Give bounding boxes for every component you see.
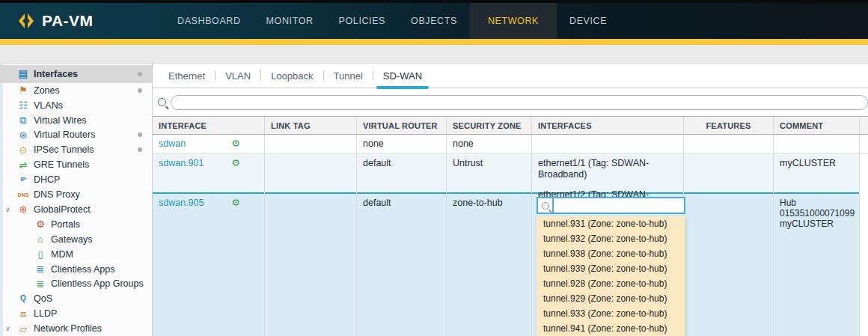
comment-line: Hub xyxy=(780,198,853,208)
sidebar-item-label: LLDP xyxy=(34,308,57,319)
column-header-link-tag[interactable]: LINK TAG xyxy=(265,117,357,135)
sidebar-item-label: DNS Proxy xyxy=(34,189,80,200)
dropdown-option[interactable]: tunnel.941 (Zone: zone-to-hub) xyxy=(537,321,685,336)
table-search-row xyxy=(153,88,868,116)
sidebar-item-gre-tunnels[interactable]: GRE Tunnels xyxy=(0,157,152,172)
dropdown-option[interactable]: tunnel.938 (Zone: zone-to-hub) xyxy=(537,246,685,261)
sdwan-gear-icon: ⚙ xyxy=(231,138,240,148)
sidebar-item-gateways[interactable]: Gateways xyxy=(0,232,152,247)
sidebar-item-dns-proxy[interactable]: DNS Proxy xyxy=(0,187,152,202)
sidebar-item-portals[interactable]: Portals xyxy=(0,217,152,232)
portals-icon xyxy=(34,219,47,229)
nav-item-policies[interactable]: POLICIES xyxy=(326,3,398,39)
globalprotect-icon xyxy=(16,204,30,214)
column-header-security-zone[interactable]: SECURITY ZONE xyxy=(447,117,532,135)
mdm-icon xyxy=(34,249,47,259)
table-row-selected[interactable]: sdwan.905 ⚙ default zone-to-hub tunnel.9… xyxy=(153,192,868,336)
cell-virtual-router: none xyxy=(357,135,447,153)
sidebar-item-label: Portals xyxy=(51,219,80,230)
sidebar-item-label: Zones xyxy=(34,85,60,96)
table-header-row: INTERFACE LINK TAG VIRTUAL ROUTER SECURI… xyxy=(153,117,868,135)
sidebar-item-label: IPSec Tunnels xyxy=(34,144,94,155)
chevron-down-icon[interactable]: ∨ xyxy=(5,206,10,213)
sidebar-item-label: Virtual Routers xyxy=(34,129,95,140)
virtual-routers-icon xyxy=(16,130,30,140)
sidebar-item-globalprotect[interactable]: ∨ GlobalProtect xyxy=(0,202,152,217)
sidebar-item-virtual-routers[interactable]: Virtual Routers xyxy=(0,128,152,143)
comment-line: myCLUSTER xyxy=(780,219,853,229)
cell-interface: sdwan ⚙ xyxy=(153,135,265,153)
status-dot xyxy=(138,132,142,137)
interface-link[interactable]: sdwan.905 xyxy=(159,198,204,208)
column-header-interface[interactable]: INTERFACE xyxy=(153,117,265,135)
interfaces-icon xyxy=(16,69,30,79)
sidebar-item-clientless-apps[interactable]: Clientless Apps xyxy=(0,262,152,277)
sidebar-item-vlans[interactable]: VLANs xyxy=(0,98,152,113)
dropdown-option[interactable]: tunnel.932 (Zone: zone-to-hub) xyxy=(537,231,685,246)
sidebar-item-label: GlobalProtect xyxy=(34,204,91,215)
sidebar-item-virtual-wires[interactable]: Virtual Wires xyxy=(0,113,152,128)
dropdown-option[interactable]: tunnel.939 (Zone: zone-to-hub) xyxy=(537,261,685,276)
combobox-search-iconbox xyxy=(537,197,554,214)
nav-item-dashboard[interactable]: DASHBOARD xyxy=(165,3,254,39)
sidebar: Interfaces Zones VLANs Virtual Wires Vir… xyxy=(0,64,153,336)
main-panel: Ethernet VLAN Loopback Tunnel SD-WAN INT… xyxy=(153,64,868,336)
column-header-comment[interactable]: COMMENT xyxy=(774,117,860,135)
chevron-down-icon[interactable]: ∨ xyxy=(5,325,10,332)
cell-interfaces-editor: tunnel.931 (Zone: zone-to-hub) tunnel.93… xyxy=(532,194,684,336)
interfaces-dropdown: tunnel.931 (Zone: zone-to-hub) tunnel.93… xyxy=(537,216,685,336)
column-header-overflow xyxy=(860,117,868,135)
tab-loopback[interactable]: Loopback xyxy=(261,64,323,88)
tab-ethernet[interactable]: Ethernet xyxy=(159,64,215,88)
dropdown-option[interactable]: tunnel.929 (Zone: zone-to-hub) xyxy=(537,291,685,306)
sidebar-item-interfaces[interactable]: Interfaces xyxy=(0,65,152,83)
brand-name: PA-VM xyxy=(42,12,94,30)
nav-item-network[interactable]: NETWORK xyxy=(470,3,557,39)
sidebar-item-ipsec-tunnels[interactable]: IPSec Tunnels xyxy=(0,142,152,157)
nav-item-device[interactable]: DEVICE xyxy=(557,3,620,39)
dropdown-option[interactable]: tunnel.931 (Zone: zone-to-hub) xyxy=(537,216,685,231)
nav-menu: DASHBOARD MONITOR POLICIES OBJECTS NETWO… xyxy=(165,3,620,39)
nav-item-monitor[interactable]: MONITOR xyxy=(254,3,326,39)
sidebar-item-clientless-app-groups[interactable]: Clientless App Groups xyxy=(0,276,152,291)
sidebar-item-label: GRE Tunnels xyxy=(34,159,89,170)
dropdown-option[interactable]: tunnel.928 (Zone: zone-to-hub) xyxy=(537,276,685,291)
column-header-interfaces[interactable]: INTERFACES xyxy=(532,117,684,135)
search-icon xyxy=(158,98,166,106)
cell-interface: sdwan.905 ⚙ xyxy=(153,194,265,336)
sidebar-item-label: Clientless Apps xyxy=(51,264,114,275)
interface-link[interactable]: sdwan.901 xyxy=(159,158,204,168)
cell-overflow xyxy=(860,135,868,153)
toolbar-band xyxy=(0,45,868,64)
table-row[interactable]: sdwan ⚙ none none xyxy=(153,135,868,154)
comment-line: 015351000071099 xyxy=(780,208,853,219)
tab-bar: Ethernet VLAN Loopback Tunnel SD-WAN xyxy=(153,64,868,88)
sidebar-item-qos[interactable]: QoS xyxy=(0,291,152,306)
sidebar-item-zones[interactable]: Zones xyxy=(0,83,152,98)
dropdown-option[interactable]: tunnel.933 (Zone: zone-to-hub) xyxy=(537,306,685,321)
column-header-virtual-router[interactable]: VIRTUAL ROUTER xyxy=(357,117,447,135)
search-input[interactable] xyxy=(171,95,868,110)
sidebar-item-dhcp[interactable]: DHCP xyxy=(0,172,152,187)
cell-overflow xyxy=(860,194,868,336)
column-header-features[interactable]: FEATURES xyxy=(684,117,774,135)
interface-link[interactable]: sdwan xyxy=(159,138,186,149)
qos-icon xyxy=(16,295,30,302)
sidebar-item-label: Gateways xyxy=(51,234,93,245)
search-icon xyxy=(542,202,549,210)
tab-tunnel[interactable]: Tunnel xyxy=(324,64,373,88)
ipsec-tunnels-icon xyxy=(16,145,30,155)
tab-vlan[interactable]: VLAN xyxy=(216,64,260,88)
sidebar-item-mdm[interactable]: MDM xyxy=(0,247,152,262)
interfaces-filter-input[interactable] xyxy=(554,197,685,214)
virtual-wires-icon xyxy=(16,115,30,125)
pa-logo-icon xyxy=(16,11,36,31)
cell-security-zone: none xyxy=(447,135,532,153)
sidebar-item-label: DHCP xyxy=(34,174,60,185)
sidebar-item-lldp[interactable]: LLDP xyxy=(0,306,152,321)
table-row[interactable]: sdwan.901 ⚙ default Untrust ethernet1/1 … xyxy=(153,154,868,192)
sidebar-item-network-profiles[interactable]: ∨ Network Profiles xyxy=(0,321,152,336)
tab-sdwan[interactable]: SD-WAN xyxy=(373,64,432,88)
cell-features xyxy=(684,194,774,336)
nav-item-objects[interactable]: OBJECTS xyxy=(398,3,470,39)
